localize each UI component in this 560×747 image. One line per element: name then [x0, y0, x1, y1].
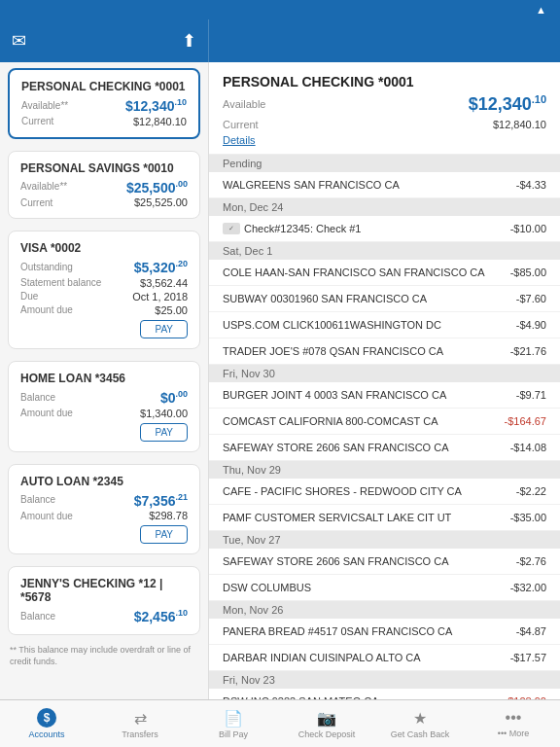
transaction-name: TRADER JOE'S #078 QSAN FRANCISCO CA — [223, 345, 510, 357]
mail-icon[interactable]: ✉ — [12, 30, 26, 52]
history-available-row: Available$12,340.10 — [223, 93, 546, 115]
pay-button-auto-loan[interactable]: PAY — [140, 525, 188, 544]
transaction-amount: -$35.00 — [510, 512, 546, 523]
transaction-name: SAFEWAY STORE 2606 SAN FRANCISCO CA — [223, 442, 510, 453]
transaction-row: TRADER JOE'S #078 QSAN FRANCISCO CA-$21.… — [209, 338, 560, 365]
account-card-personal-savings[interactable]: PERSONAL SAVINGS *0010Available**$25,500… — [8, 151, 200, 220]
transaction-row: WALGREENS SAN FRANCISCO CA-$4.33 — [209, 172, 560, 198]
main-content: PERSONAL CHECKING *0001Available**$12,34… — [0, 62, 560, 699]
transaction-name: SAFEWAY STORE 2606 SAN FRANCISCO CA — [223, 555, 516, 567]
app-header: ✉ ⬆ — [0, 19, 560, 62]
transaction-amount: -$9.71 — [516, 389, 546, 401]
account-name-visa: VISA *0002 — [20, 241, 188, 255]
account-field-label: Due — [20, 291, 38, 302]
account-field-value: $1,340.00 — [140, 408, 188, 419]
history-available-label: Available — [223, 98, 265, 110]
transaction-row: USPS.COM CLICK100611WASHINGTON DC-$4.90 — [209, 312, 560, 338]
section-header-0: Pending — [209, 155, 560, 172]
account-field-label: Available** — [21, 100, 68, 111]
transaction-row: SAFEWAY STORE 2606 SAN FRANCISCO CA-$14.… — [209, 435, 560, 461]
account-field-label: Balance — [20, 392, 55, 403]
transaction-row: DSW INC 9383 SAN MATEO CA-$128.90 — [209, 689, 560, 699]
transaction-amount: -$21.76 — [510, 345, 546, 357]
transaction-name: USPS.COM CLICK100611WASHINGTON DC — [223, 319, 516, 331]
account-field-label: Amount due — [20, 511, 73, 521]
transaction-name: CAFE - PACIFIC SHORES - REDWOOD CITY CA — [223, 485, 516, 497]
section-header-2: Sat, Dec 1 — [209, 242, 560, 260]
account-row-visa-0: Outstanding$5,320.20 — [20, 259, 188, 275]
tab-label-more: ••• More — [498, 729, 529, 738]
account-card-jenny-checking[interactable]: JENNY'S CHECKING *12 | *5678Balance$2,45… — [8, 566, 200, 635]
transaction-name: COLE HAAN-SAN FRANCISCO SAN FRANCISCO CA — [223, 267, 510, 278]
section-header-6: Mon, Nov 26 — [209, 601, 560, 619]
tab-transfers[interactable]: ⇄Transfers — [93, 700, 187, 747]
section-header-5: Tue, Nov 27 — [209, 531, 560, 549]
account-field-value: $7,356.21 — [134, 492, 188, 509]
account-field-value: $25.00 — [155, 304, 188, 316]
transaction-name: DSW COLUMBUS — [223, 582, 510, 593]
account-row-home-loan-1: Amount due$1,340.00 — [20, 408, 188, 419]
account-field-value: $25,525.00 — [134, 196, 188, 208]
tab-getcashback[interactable]: ★Get Cash Back — [373, 700, 467, 747]
history-header-section: PERSONAL CHECKING *0001Available$12,340.… — [209, 62, 560, 155]
accounts-footnote: ** This balance may include overdraft or… — [0, 641, 208, 673]
transaction-amount: -$2.22 — [516, 485, 546, 497]
section-header-3: Fri, Nov 30 — [209, 365, 560, 382]
pay-button-visa[interactable]: PAY — [140, 320, 188, 338]
account-field-label: Outstanding — [20, 262, 73, 272]
account-card-home-loan[interactable]: HOME LOAN *3456Balance$0.00Amount due$1,… — [8, 361, 200, 452]
transaction-name: WALGREENS SAN FRANCISCO CA — [223, 179, 516, 191]
account-name-home-loan: HOME LOAN *3456 — [20, 372, 188, 385]
transaction-row: COLE HAAN-SAN FRANCISCO SAN FRANCISCO CA… — [209, 260, 560, 286]
account-field-value: $298.78 — [149, 510, 188, 521]
account-card-auto-loan[interactable]: AUTO LOAN *2345Balance$7,356.21Amount du… — [8, 464, 200, 555]
transaction-row: COMCAST CALIFORNIA 800-COMCAST CA-$164.6… — [209, 409, 560, 435]
account-field-label: Amount due — [20, 304, 73, 315]
transaction-name: DARBAR INDIAN CUISINPALO ALTO CA — [223, 652, 510, 663]
account-row-visa-1: Statement balance$3,562.44 — [20, 277, 188, 289]
account-row-auto-loan-0: Balance$7,356.21 — [20, 492, 188, 509]
transaction-amount: -$4.87 — [516, 625, 546, 637]
account-field-label: Amount due — [20, 408, 73, 418]
transaction-amount: -$14.08 — [510, 442, 546, 453]
transaction-amount: -$7.60 — [516, 293, 546, 304]
tab-icon-getcashback: ★ — [413, 709, 427, 728]
account-field-label: Balance — [20, 611, 55, 622]
transaction-amount: -$4.33 — [516, 179, 546, 191]
transaction-row: DARBAR INDIAN CUISINPALO ALTO CA-$17.57 — [209, 645, 560, 671]
tab-accounts[interactable]: $Accounts — [0, 700, 93, 747]
account-card-visa[interactable]: VISA *0002Outstanding$5,320.20Statement … — [8, 231, 200, 349]
details-link[interactable]: Details — [223, 134, 546, 146]
account-field-value: Oct 1, 2018 — [132, 291, 188, 302]
transaction-name: COMCAST CALIFORNIA 800-COMCAST CA — [223, 415, 505, 427]
account-field-label: Statement balance — [20, 277, 101, 288]
status-bar-right: ▲ — [536, 4, 550, 16]
account-field-label: Current — [21, 116, 53, 126]
transaction-amount: -$85.00 — [510, 267, 546, 278]
transaction-row: SAFEWAY STORE 2606 SAN FRANCISCO CA-$2.7… — [209, 549, 560, 575]
tab-checkdeposit[interactable]: 📷Check Deposit — [280, 700, 373, 747]
account-field-value: $3,562.44 — [140, 277, 188, 289]
transaction-row: ✓Check#12345: Check #1-$10.00 — [209, 216, 560, 242]
tab-billpay[interactable]: 📄Bill Pay — [187, 700, 280, 747]
account-card-personal-checking[interactable]: PERSONAL CHECKING *0001Available**$12,34… — [8, 68, 200, 139]
status-bar: ▲ — [0, 0, 560, 19]
account-field-label: Balance — [20, 494, 55, 505]
transaction-amount: -$17.57 — [510, 652, 546, 663]
transaction-name: BURGER JOINT 4 0003 SAN FRANCISCO CA — [223, 389, 516, 401]
transaction-name: PAMF CUSTOMER SERVICSALT LAKE CIT UT — [223, 512, 510, 523]
account-field-value: $25,500.00 — [126, 179, 188, 196]
history-current-value: $12,840.10 — [493, 119, 546, 130]
header-right — [209, 19, 560, 62]
tab-label-accounts: Accounts — [28, 729, 64, 739]
tab-more[interactable]: •••••• More — [467, 700, 560, 747]
account-row-personal-savings-0: Available**$25,500.00 — [20, 179, 188, 196]
account-field-label: Current — [20, 197, 52, 208]
history-available-value: $12,340.10 — [469, 93, 546, 115]
account-name-personal-savings: PERSONAL SAVINGS *0010 — [20, 161, 188, 175]
account-row-personal-checking-0: Available**$12,340.10 — [21, 97, 187, 114]
account-row-visa-2: DueOct 1, 2018 — [20, 291, 188, 302]
export-icon[interactable]: ⬆ — [182, 30, 196, 52]
pay-button-home-loan[interactable]: PAY — [140, 423, 188, 442]
history-current-label: Current — [223, 119, 259, 130]
